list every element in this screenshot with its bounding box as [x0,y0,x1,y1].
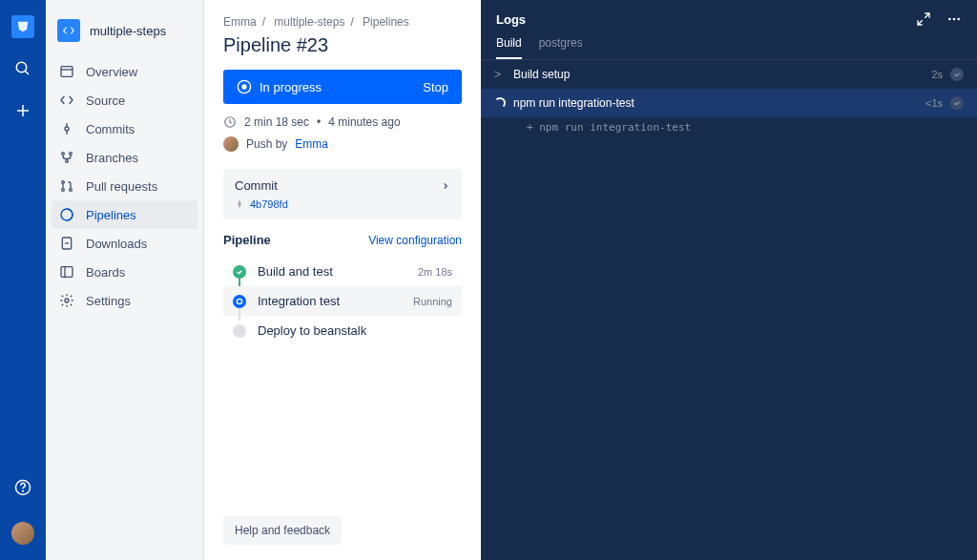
nav-label: Commits [86,122,135,136]
nav-label: Pull requests [86,179,157,194]
nav-label: Boards [86,265,125,280]
svg-point-0 [16,62,27,73]
pipeline-step[interactable]: Deploy to beanstalk [223,316,462,345]
svg-point-8 [65,127,69,131]
product-logo[interactable] [11,15,34,38]
log-row[interactable]: npm run integration-test <1s [481,89,977,117]
log-time: <1s [925,97,943,109]
source-icon [59,93,74,108]
svg-line-32 [918,20,923,25]
expand-icon[interactable] [916,11,931,27]
svg-point-35 [957,18,960,21]
nav-label: Settings [86,294,131,308]
nav-source[interactable]: Source [46,86,203,114]
svg-line-31 [925,13,929,18]
svg-line-1 [25,71,29,74]
chevron-right-icon: > [494,68,506,81]
crumb[interactable]: Pipelines [363,15,409,29]
more-icon[interactable] [946,11,962,27]
log-command: npm run integration-test [513,96,634,110]
spinner-icon [494,97,506,109]
step-name: Build and test [258,264,333,279]
help-feedback-button[interactable]: Help and feedback [223,516,342,545]
status-label: In progress [260,80,322,94]
commit-icon [235,199,244,209]
settings-icon [59,293,74,308]
chevron-right-icon [441,181,450,191]
logs-title: Logs [496,12,526,27]
step-name: Integration test [258,294,340,308]
project-icon [57,19,80,42]
svg-point-5 [23,490,24,491]
status-banner: In progress Stop [223,70,462,104]
nav-pipelines[interactable]: Pipelines [52,200,197,229]
nav-branches[interactable]: Branches [46,143,203,172]
project-name[interactable]: multiple-steps [90,24,166,38]
svg-point-12 [70,153,73,156]
overview-icon [59,64,74,79]
nav-settings[interactable]: Settings [46,286,203,315]
svg-point-15 [62,189,65,192]
nav-label: Pipelines [86,208,136,222]
branches-icon [59,150,74,165]
view-config-link[interactable]: View configuration [368,234,462,247]
log-time: 2s [931,69,943,80]
stop-button[interactable]: Stop [423,80,448,94]
svg-point-25 [241,84,246,89]
downloads-icon [59,236,74,251]
nav-overview[interactable]: Overview [46,57,203,86]
relative-time: 4 minutes ago [328,115,400,129]
crumb[interactable]: Emma [223,15,257,29]
svg-point-13 [66,160,69,163]
log-output: + npm run integration-test [481,117,977,137]
push-by-label: Push by [246,137,287,151]
nav-label: Downloads [86,237,147,251]
avatar[interactable] [11,522,34,545]
check-icon [950,96,964,110]
commit-header: Commit [235,178,278,193]
create-icon[interactable] [11,99,34,122]
check-icon [950,68,964,81]
step-time: 2m 18s [418,266,452,278]
clock-icon [223,115,237,129]
svg-point-33 [948,18,951,21]
svg-point-14 [62,181,65,184]
svg-point-27 [239,203,241,206]
nav-label: Branches [86,151,138,165]
svg-point-17 [70,189,73,192]
search-icon[interactable] [11,57,34,80]
boards-icon [59,264,74,280]
svg-point-30 [237,299,241,303]
commit-panel[interactable]: Commit 4b798fd [223,169,462,219]
svg-point-23 [65,299,69,302]
log-command: Build setup [513,68,570,81]
progress-icon [237,79,252,94]
author-link[interactable]: Emma [295,137,328,151]
pipeline-step[interactable]: Build and test 2m 18s [223,257,462,286]
author-avatar [223,136,239,152]
page-title: Pipeline #23 [223,34,462,56]
svg-point-34 [953,18,956,21]
pull-request-icon [59,178,74,194]
nav-pull-requests[interactable]: Pull requests [46,172,203,200]
commit-hash[interactable]: 4b798fd [250,198,288,210]
pipeline-header: Pipeline [223,233,271,247]
step-name: Deploy to beanstalk [258,323,366,338]
breadcrumb: Emma/ multiple-steps/ Pipelines [223,15,462,29]
svg-rect-21 [61,267,73,278]
help-icon[interactable] [11,476,34,499]
nav-downloads[interactable]: Downloads [46,229,203,258]
nav-label: Overview [86,65,137,79]
logs-tab-build[interactable]: Build [496,36,522,59]
crumb[interactable]: multiple-steps [274,15,344,29]
log-row[interactable]: > Build setup 2s [481,60,977,89]
logs-tab-postgres[interactable]: postgres [539,36,583,59]
nav-commits[interactable]: Commits [46,114,203,143]
commits-icon [59,121,74,136]
nav-boards[interactable]: Boards [46,258,203,286]
pipeline-step[interactable]: Integration test Running [223,286,462,316]
pipelines-icon [59,207,74,222]
pipeline-steps: Build and test 2m 18s Integration test R… [223,257,462,345]
status-success-icon [233,265,246,279]
step-status: Running [413,296,452,307]
